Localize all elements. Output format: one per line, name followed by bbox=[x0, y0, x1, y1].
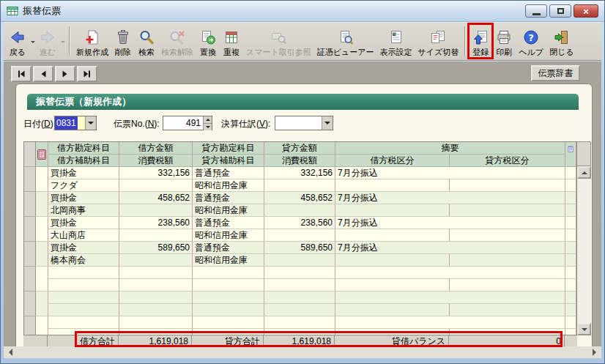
credit-tax-cell[interactable] bbox=[264, 279, 335, 291]
debit-sub-cell[interactable]: 大山商店 bbox=[48, 229, 119, 242]
summary-cell[interactable] bbox=[335, 267, 565, 279]
credit-tax-cell[interactable] bbox=[264, 179, 335, 192]
close-app-button[interactable]: 閉じる bbox=[546, 24, 577, 58]
nav-last-button[interactable] bbox=[77, 66, 97, 82]
credit-tax-class-cell[interactable] bbox=[450, 179, 565, 192]
debit-amount-cell[interactable] bbox=[119, 291, 193, 304]
summary-cell[interactable]: 7月分振込 bbox=[335, 217, 565, 229]
scroll-up-icon[interactable] bbox=[577, 166, 591, 179]
credit-amount-cell[interactable] bbox=[264, 291, 335, 304]
debit-sub-cell[interactable]: 北岡商事 bbox=[48, 204, 119, 217]
slip-no-field[interactable]: 491 bbox=[163, 116, 212, 130]
search-button[interactable]: 検索 bbox=[135, 24, 158, 58]
row-icon-cell[interactable] bbox=[36, 167, 48, 192]
debit-sub-cell[interactable] bbox=[48, 279, 119, 291]
debit-amount-cell[interactable]: 332,156 bbox=[119, 167, 193, 179]
credit-tax-class-cell[interactable] bbox=[450, 304, 565, 316]
row-icon-cell[interactable] bbox=[36, 267, 48, 291]
note-cell[interactable] bbox=[565, 316, 576, 329]
credit-account-cell[interactable]: 普通預金 bbox=[193, 217, 264, 229]
note-cell[interactable] bbox=[565, 304, 576, 316]
note-cell[interactable] bbox=[565, 229, 576, 242]
new-button[interactable]: 新規作成 bbox=[73, 24, 111, 58]
debit-account-cell[interactable] bbox=[48, 291, 119, 304]
debit-account-cell[interactable]: 買掛金 bbox=[48, 242, 119, 254]
note-cell[interactable] bbox=[565, 217, 576, 229]
debit-tax-class-cell[interactable] bbox=[335, 279, 450, 291]
debit-tax-class-cell[interactable] bbox=[335, 254, 450, 267]
scroll-left-icon[interactable] bbox=[5, 348, 15, 357]
note-cell[interactable] bbox=[565, 329, 576, 335]
display-settings-button[interactable]: 表示設定 bbox=[377, 24, 415, 58]
credit-tax-class-cell[interactable] bbox=[450, 279, 565, 291]
debit-tax-cell[interactable] bbox=[119, 204, 193, 217]
note-cell[interactable] bbox=[565, 204, 576, 217]
credit-account-cell[interactable] bbox=[193, 316, 264, 329]
debit-tax-class-cell[interactable] bbox=[335, 304, 450, 316]
row-selector[interactable] bbox=[24, 192, 36, 217]
row-icon-cell[interactable] bbox=[36, 242, 48, 267]
debit-tax-cell[interactable] bbox=[119, 304, 193, 316]
debit-account-cell[interactable]: 買掛金 bbox=[48, 217, 119, 229]
debit-amount-cell[interactable]: 458,652 bbox=[119, 192, 193, 204]
debit-amount-cell[interactable] bbox=[119, 316, 193, 329]
credit-tax-cell[interactable] bbox=[264, 329, 335, 335]
credit-account-cell[interactable] bbox=[193, 267, 264, 279]
credit-sub-cell[interactable]: 昭和信用金庫 bbox=[193, 204, 264, 217]
summary-cell[interactable]: 7月分振込 bbox=[335, 167, 565, 179]
row-selector[interactable] bbox=[24, 167, 36, 192]
debit-tax-cell[interactable] bbox=[119, 179, 193, 192]
summary-cell[interactable]: 7月分振込 bbox=[335, 242, 565, 254]
scroll-down-icon[interactable] bbox=[577, 323, 591, 335]
debit-account-cell[interactable] bbox=[48, 267, 119, 279]
spinner-up-icon[interactable] bbox=[204, 116, 212, 123]
debit-amount-cell[interactable]: 238,560 bbox=[119, 217, 193, 229]
credit-amount-cell[interactable]: 332,156 bbox=[264, 167, 335, 179]
credit-tax-cell[interactable] bbox=[264, 304, 335, 316]
debit-account-cell[interactable]: 買掛金 bbox=[48, 192, 119, 204]
row-icon-cell[interactable] bbox=[36, 291, 48, 316]
debit-account-cell[interactable] bbox=[48, 316, 119, 329]
debit-tax-class-cell[interactable] bbox=[335, 329, 450, 335]
forward-dropdown-caret[interactable] bbox=[59, 24, 66, 58]
nav-previous-button[interactable] bbox=[33, 66, 53, 82]
settlement-combobox[interactable] bbox=[275, 116, 333, 130]
credit-sub-cell[interactable]: 昭和信用金庫 bbox=[193, 229, 264, 242]
credit-account-cell[interactable]: 普通預金 bbox=[193, 167, 264, 179]
row-selector[interactable] bbox=[24, 242, 36, 267]
replace-button[interactable]: 置換 bbox=[196, 24, 220, 58]
credit-tax-cell[interactable] bbox=[264, 254, 335, 267]
credit-account-cell[interactable]: 普通預金 bbox=[193, 192, 264, 204]
row-icon-cell[interactable] bbox=[36, 192, 48, 217]
debit-amount-cell[interactable]: 589,650 bbox=[119, 242, 193, 254]
row-icon-cell[interactable] bbox=[36, 316, 48, 335]
credit-amount-cell[interactable] bbox=[264, 267, 335, 279]
close-button[interactable]: × bbox=[574, 4, 598, 18]
spinner-down-icon[interactable] bbox=[204, 123, 212, 130]
row-selector[interactable] bbox=[24, 316, 36, 335]
debit-tax-cell[interactable] bbox=[119, 329, 193, 335]
register-button[interactable]: 登録 bbox=[469, 24, 492, 58]
credit-tax-class-cell[interactable] bbox=[450, 204, 565, 217]
slip-dictionary-button[interactable]: 伝票辞書 bbox=[531, 65, 580, 81]
debit-amount-cell[interactable] bbox=[119, 267, 193, 279]
credit-account-cell[interactable]: 普通預金 bbox=[193, 242, 264, 254]
credit-sub-cell[interactable] bbox=[193, 304, 264, 316]
credit-amount-cell[interactable]: 238,560 bbox=[264, 217, 335, 229]
credit-sub-cell[interactable] bbox=[193, 279, 264, 291]
back-dropdown-caret[interactable] bbox=[29, 24, 36, 58]
credit-sub-cell[interactable]: 昭和信用金庫 bbox=[193, 179, 264, 192]
summary-cell[interactable] bbox=[335, 316, 565, 329]
scrollbar-track[interactable] bbox=[577, 179, 591, 323]
nav-next-button[interactable] bbox=[55, 66, 75, 82]
help-button[interactable]: ? ヘルプ bbox=[516, 24, 546, 58]
note-cell[interactable] bbox=[565, 179, 576, 192]
credit-amount-cell[interactable]: 589,650 bbox=[264, 242, 335, 254]
minimize-button[interactable] bbox=[525, 4, 547, 18]
debit-tax-class-cell[interactable] bbox=[335, 229, 450, 242]
note-cell[interactable] bbox=[565, 267, 576, 279]
row-selector[interactable] bbox=[24, 217, 36, 242]
print-button[interactable]: 印刷 bbox=[492, 24, 516, 58]
note-cell[interactable] bbox=[565, 167, 576, 179]
date-dropdown-icon[interactable] bbox=[85, 116, 96, 130]
